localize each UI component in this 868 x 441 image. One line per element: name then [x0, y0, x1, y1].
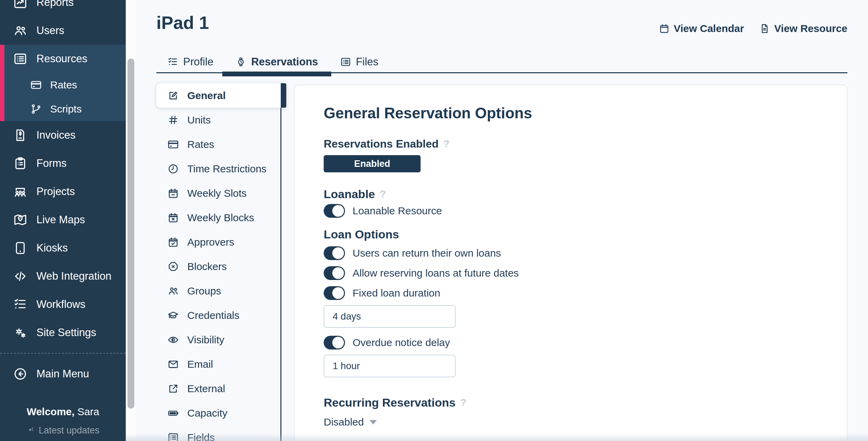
header-action-button[interactable]: View Calendar — [659, 23, 744, 34]
sidebar-item-label: Workflows — [36, 298, 85, 311]
overdue-toggle[interactable] — [324, 336, 345, 349]
recurring-label-row: Recurring Reservations ? — [324, 396, 826, 409]
sidebar-item-label: Projects — [36, 185, 75, 198]
calendar-icon — [659, 23, 670, 34]
subnav-item-label: Rates — [187, 139, 214, 150]
users-icon — [13, 23, 27, 38]
subnav-item[interactable]: Weekly Blocks — [156, 205, 281, 230]
toggle-row: Allow reserving loans at future dates — [324, 265, 826, 281]
sidebar-item[interactable]: Resources — [0, 45, 126, 73]
sidebar-item[interactable]: Site Settings — [0, 319, 126, 347]
subnav-item[interactable]: Credentials — [156, 303, 281, 327]
subnav-item[interactable]: Fields — [156, 425, 281, 441]
subnav-item-label: Blockers — [187, 261, 227, 272]
chart-icon — [13, 0, 27, 10]
sidebar-item[interactable]: Projects — [0, 178, 126, 206]
tab-label: Files — [356, 56, 378, 68]
reservations-enabled-label: Reservations Enabled — [324, 138, 438, 150]
subnav-item[interactable]: Rates — [156, 132, 281, 157]
reservation-subnav: General Units Rates Time Restrictions We… — [156, 83, 281, 441]
subnav-item[interactable]: Approvers — [156, 230, 281, 254]
tab-label: Profile — [183, 56, 213, 68]
welcome-text: Welcome, Sara — [0, 406, 126, 418]
loanable-toggle-label: Loanable Resource — [353, 205, 442, 217]
tab[interactable]: Files — [329, 52, 389, 72]
help-icon[interactable]: ? — [380, 189, 386, 200]
tab[interactable]: Profile — [156, 52, 224, 72]
sidebar-item[interactable]: Invoices — [0, 121, 126, 149]
fixed-duration-input[interactable] — [324, 305, 456, 328]
scrollbar-thumb[interactable] — [127, 58, 134, 409]
main-page: iPad 1 View Calendar View Resource Profi… — [136, 0, 868, 441]
sidebar-item[interactable]: Scripts — [0, 97, 126, 121]
subnav-item[interactable]: Email — [156, 352, 281, 376]
caret-down-icon — [369, 420, 377, 424]
loan-options-label: Loan Options — [324, 228, 826, 241]
gradcap-icon — [167, 310, 179, 321]
subnav-item[interactable]: Blockers — [156, 254, 281, 279]
subnav-item-label: Weekly Slots — [187, 187, 247, 199]
toggle-switch[interactable] — [324, 286, 345, 300]
sidebar-item[interactable]: Users — [0, 17, 126, 45]
octagonx-icon — [167, 261, 179, 272]
subnav-item[interactable]: Units — [156, 108, 281, 132]
sidebar-item[interactable]: Live Maps — [0, 206, 126, 234]
subnav-item-label: Visibility — [187, 334, 224, 346]
overdue-delay-input[interactable] — [324, 355, 456, 377]
subnav-item[interactable]: Capacity — [156, 401, 281, 425]
sparkle-icon — [26, 426, 35, 435]
toggle-row: Fixed loan duration — [324, 285, 826, 301]
subnav-item[interactable]: Groups — [156, 279, 281, 303]
page-header: iPad 1 View Calendar View Resource — [156, 13, 847, 34]
sidebar-item[interactable]: Web Integration — [0, 262, 126, 290]
header-actions: View Calendar View Resource — [659, 23, 847, 34]
sidebar-item[interactable]: Reports — [0, 0, 126, 17]
listbox-icon — [13, 52, 27, 66]
subnav-item-label: External — [187, 383, 225, 395]
subnav-item[interactable]: General — [156, 83, 286, 108]
hash-icon — [167, 114, 179, 126]
help-icon[interactable]: ? — [460, 397, 467, 408]
help-icon[interactable]: ? — [443, 138, 449, 150]
sidebar-nav: Reports Users Resources Rates Scripts In… — [0, 0, 126, 347]
sidebar-scrollbar[interactable] — [126, 0, 136, 441]
subnav-item[interactable]: Weekly Slots — [156, 181, 281, 205]
toggle-row: Users can return their own loans — [324, 245, 826, 261]
tab[interactable]: Reservations — [224, 52, 329, 72]
sidebar-item-label: Rates — [50, 79, 77, 91]
loanable-label: Loanable — [324, 187, 375, 201]
recurring-dropdown[interactable]: Disabled — [324, 416, 826, 428]
latest-updates-label: Latest updates — [38, 425, 99, 436]
subnav-item[interactable]: Visibility — [156, 327, 281, 352]
sidebar-item[interactable]: Rates — [0, 73, 126, 97]
recurring-value: Disabled — [324, 416, 364, 428]
creditcard-icon — [167, 139, 179, 150]
sidebar-item-label: Kiosks — [36, 242, 68, 254]
subnav-item[interactable]: Time Restrictions — [156, 157, 281, 181]
toggle-label: Users can return their own loans — [353, 247, 501, 259]
subnav-item-label: Groups — [187, 285, 221, 297]
page-title: iPad 1 — [156, 13, 209, 33]
recurring-label: Recurring Reservations — [324, 396, 456, 409]
toggle-label: Allow reserving loans at future dates — [353, 267, 519, 279]
sidebar-item[interactable]: Workflows — [0, 290, 126, 319]
projects-icon — [13, 184, 27, 199]
sidebar-item-main-menu[interactable]: Main Menu — [0, 360, 126, 388]
subnav-item-label: Capacity — [187, 407, 227, 419]
loanable-toggle[interactable] — [324, 204, 345, 218]
subnav-item-label: Units — [187, 114, 211, 126]
toggle-switch[interactable] — [324, 246, 345, 260]
toggle-switch[interactable] — [324, 266, 345, 280]
latest-updates-link[interactable]: Latest updates — [0, 425, 126, 436]
sidebar-item-label: Scripts — [50, 103, 82, 115]
reservations-enabled-button[interactable]: Enabled — [324, 155, 421, 172]
header-action-button[interactable]: View Resource — [759, 23, 847, 34]
overdue-toggle-label: Overdue notice delay — [353, 337, 450, 348]
clipboard-icon — [13, 156, 27, 171]
external-icon — [167, 383, 179, 395]
sidebar-item[interactable]: Kiosks — [0, 234, 126, 262]
sidebar-item-label: Invoices — [36, 129, 76, 141]
subnav-item[interactable]: External — [156, 376, 281, 401]
sidebar-item[interactable]: Forms — [0, 149, 126, 178]
pencilsquare-icon — [167, 90, 179, 101]
